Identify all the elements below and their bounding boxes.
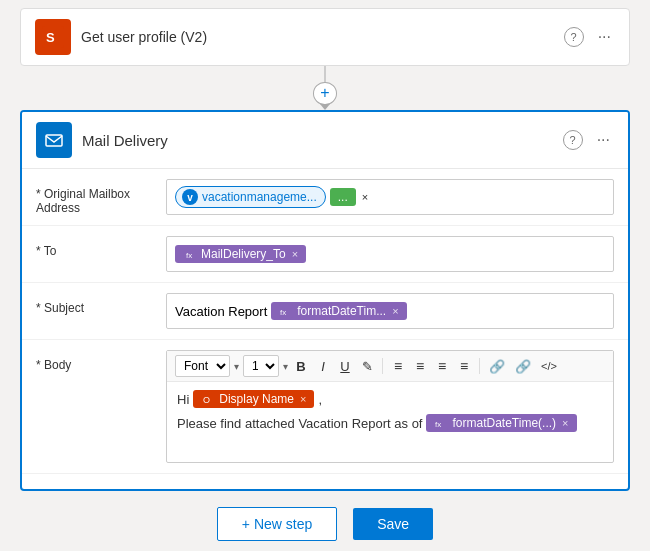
- chevron-font-icon: ▾: [234, 361, 239, 372]
- body-content[interactable]: Hi O Display Name × , Please find attach…: [167, 382, 613, 462]
- mail-delivery-icon: [36, 122, 72, 158]
- top-card-more-button[interactable]: ···: [594, 27, 615, 47]
- body-comma: ,: [318, 392, 322, 407]
- to-row: * To fx MailDelivery_To ×: [22, 226, 628, 283]
- top-card-title: Get user profile (V2): [81, 29, 564, 45]
- token-subject-fx: fx formatDateTim... ×: [271, 302, 406, 320]
- subject-static-text: Vacation Report: [175, 304, 267, 319]
- font-select[interactable]: Font: [175, 355, 230, 377]
- token-format-datetime-close[interactable]: ×: [562, 417, 568, 429]
- save-button[interactable]: Save: [353, 508, 433, 540]
- subject-row: * Subject Vacation Report fx formatDateT…: [22, 283, 628, 340]
- advanced-options-row: Show advanced options ∨: [22, 474, 628, 491]
- original-mailbox-row: * Original Mailbox Address v vacationman…: [22, 169, 628, 226]
- svg-text:fx: fx: [186, 251, 192, 260]
- token-to-text: MailDelivery_To: [201, 247, 286, 261]
- subject-field[interactable]: Vacation Report fx formatDateTim... ×: [166, 293, 614, 329]
- svg-text:fx: fx: [435, 420, 441, 429]
- token-subject-close[interactable]: ×: [392, 305, 398, 317]
- subject-label: * Subject: [36, 293, 166, 315]
- main-card: Mail Delivery ? ··· * Original Mailbox A…: [20, 110, 630, 491]
- connector: +: [313, 66, 337, 110]
- original-mailbox-field[interactable]: v vacationmanageme... ... ×: [166, 179, 614, 215]
- to-token-icon: fx: [183, 247, 197, 261]
- top-card-actions: ? ···: [564, 27, 615, 47]
- align-left-button[interactable]: ≡: [433, 358, 451, 374]
- align-center-button[interactable]: ≡: [455, 358, 473, 374]
- format-datetime-icon: fx: [434, 416, 448, 430]
- main-card-actions: ? ···: [563, 130, 614, 150]
- token-display-name: O Display Name ×: [193, 390, 314, 408]
- mail-icon-svg: [43, 129, 65, 151]
- italic-button[interactable]: I: [314, 359, 332, 374]
- token-format-datetime: fx formatDateTime(...) ×: [426, 414, 576, 432]
- toolbar-sep-1: [382, 358, 383, 374]
- toolbar-sep-2: [479, 358, 480, 374]
- code-button[interactable]: </>: [538, 360, 560, 373]
- list-button[interactable]: ≡: [389, 358, 407, 374]
- body-field[interactable]: Font ▾ 12 ▾ B I U ✎ ≡ ≡ ≡ ≡ 🔗 🔗 </>: [166, 350, 614, 463]
- token-to-close[interactable]: ×: [292, 248, 298, 260]
- body-line2-text: Please find attached Vacation Report as …: [177, 416, 422, 431]
- svg-text:S: S: [46, 30, 55, 45]
- main-card-title: Mail Delivery: [82, 132, 563, 149]
- display-name-icon: O: [201, 392, 215, 406]
- token-display-name-text: Display Name: [219, 392, 294, 406]
- body-row: * Body Font ▾ 12 ▾ B I U ✎ ≡ ≡ ≡ ≡: [22, 340, 628, 474]
- top-card-icon: S: [35, 19, 71, 55]
- svg-text:O: O: [203, 395, 210, 405]
- to-field[interactable]: fx MailDelivery_To ×: [166, 236, 614, 272]
- to-label: * To: [36, 236, 166, 258]
- body-label: * Body: [36, 350, 166, 372]
- body-hi-text: Hi: [177, 392, 189, 407]
- bold-button[interactable]: B: [292, 359, 310, 374]
- list2-button[interactable]: ≡: [411, 358, 429, 374]
- main-card-help-button[interactable]: ?: [563, 130, 583, 150]
- original-mailbox-label: * Original Mailbox Address: [36, 179, 166, 215]
- body-line-2: Please find attached Vacation Report as …: [177, 414, 603, 432]
- token-v-mailbox: v vacationmanageme...: [175, 186, 326, 208]
- link2-button[interactable]: 🔗: [512, 359, 534, 374]
- token-green-mailbox: ...: [330, 188, 356, 206]
- top-card-svg-icon: S: [42, 26, 64, 48]
- token-subject-text: formatDateTim...: [297, 304, 386, 318]
- top-card: S Get user profile (V2) ? ···: [20, 8, 630, 66]
- token-v-icon: v: [182, 189, 198, 205]
- subject-fx-icon: fx: [279, 304, 293, 318]
- connector-line-top: [324, 66, 326, 82]
- body-toolbar: Font ▾ 12 ▾ B I U ✎ ≡ ≡ ≡ ≡ 🔗 🔗 </>: [167, 351, 613, 382]
- highlight-button[interactable]: ✎: [358, 359, 376, 374]
- main-card-header: Mail Delivery ? ···: [22, 112, 628, 169]
- token-mailbox-close[interactable]: ×: [362, 191, 368, 203]
- top-card-help-button[interactable]: ?: [564, 27, 584, 47]
- link-button[interactable]: 🔗: [486, 359, 508, 374]
- token-v-text: vacationmanageme...: [202, 190, 317, 204]
- chevron-size-icon: ▾: [283, 361, 288, 372]
- add-step-button[interactable]: +: [313, 82, 337, 105]
- new-step-button[interactable]: + New step: [217, 507, 337, 541]
- underline-button[interactable]: U: [336, 359, 354, 374]
- body-line-1: Hi O Display Name × ,: [177, 390, 603, 408]
- token-format-datetime-text: formatDateTime(...): [452, 416, 556, 430]
- main-card-more-button[interactable]: ···: [593, 130, 614, 150]
- font-size-select[interactable]: 12: [243, 355, 279, 377]
- token-display-name-close[interactable]: ×: [300, 393, 306, 405]
- token-to: fx MailDelivery_To ×: [175, 245, 306, 263]
- svg-text:fx: fx: [280, 308, 286, 317]
- bottom-bar: + New step Save: [0, 491, 650, 551]
